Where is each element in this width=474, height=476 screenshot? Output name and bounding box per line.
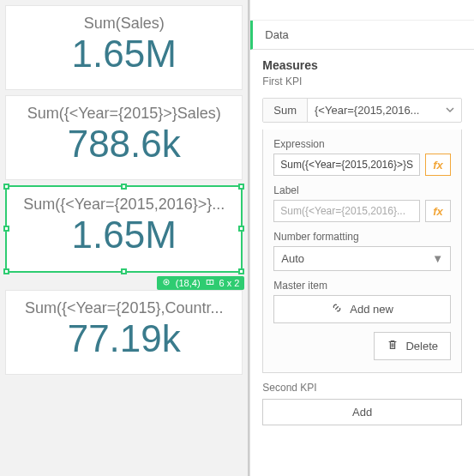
kpi-label: Sum({<Year={2015},Countr... [11, 299, 237, 317]
number-formatting-value: Auto [281, 252, 304, 265]
kpi-value: 788.6k [11, 124, 237, 164]
label-label: Label [273, 184, 451, 196]
kpi-card-3-selected[interactable]: Sum({<Year={2015,2016}>}... 1.65M [5, 185, 243, 272]
measure-dropdown[interactable]: Sum {<Year={2015,2016... [262, 98, 462, 123]
number-formatting-select[interactable]: Auto ▼ [273, 246, 451, 271]
add-second-kpi-button[interactable]: Add [262, 399, 462, 425]
resize-handle[interactable] [121, 268, 127, 274]
link-icon [331, 302, 343, 316]
resize-handle[interactable] [238, 268, 244, 274]
kpi-card-2[interactable]: Sum({<Year={2015}>}Sales) 788.6k [5, 95, 243, 180]
trash-icon [387, 339, 399, 353]
resize-handle[interactable] [121, 184, 127, 190]
kpi-card-3-wrap: Sum({<Year={2015,2016}>}... 1.65M (18,4)… [5, 185, 243, 272]
kpi-label: Sum({<Year={2015}>}Sales) [11, 105, 237, 123]
label-editor-button[interactable]: fx [425, 200, 451, 222]
master-item-label: Master item [273, 280, 451, 292]
measure-expression-short: {<Year={2015,2016... [308, 99, 439, 122]
kpi-value: 1.65M [11, 34, 237, 74]
kpi-card-4[interactable]: Sum({<Year={2015},Countr... 77.19k [5, 290, 243, 375]
tab-data[interactable]: Data [250, 21, 474, 50]
number-formatting-label: Number formatting [273, 231, 451, 243]
panel-header-strip [250, 0, 474, 21]
measures-heading: Measures [262, 58, 462, 72]
properties-panel: Data Measures First KPI Sum {<Year={2015… [249, 0, 474, 476]
expression-input[interactable]: Sum({<Year={2015,2016}>}S [273, 154, 420, 176]
add-new-master-item-button[interactable]: Add new [273, 295, 451, 323]
aggregation-type: Sum [263, 99, 308, 122]
kpi-label: Sum(Sales) [11, 15, 237, 33]
caret-down-icon: ▼ [432, 252, 443, 265]
add-new-label: Add new [350, 303, 393, 316]
resize-handle[interactable] [238, 226, 244, 232]
kpi-label: Sum({<Year={2015,2016}>}... [12, 196, 236, 214]
first-kpi-label: First KPI [262, 75, 462, 87]
dashboard-canvas: Sum(Sales) 1.65M Sum({<Year={2015}>}Sale… [0, 0, 248, 476]
delete-button[interactable]: Delete [374, 332, 451, 360]
target-icon [162, 278, 171, 288]
kpi-value: 77.19k [11, 319, 237, 359]
svg-point-1 [165, 281, 167, 283]
resize-handle[interactable] [3, 184, 9, 190]
add-label: Add [352, 406, 372, 419]
second-kpi-label: Second KPI [262, 382, 462, 394]
expression-editor-button[interactable]: fx [425, 154, 451, 176]
selection-info-badge: (18,4) 6 x 2 [157, 276, 245, 290]
delete-label: Delete [405, 340, 438, 352]
label-input[interactable]: Sum({<Year={2015,2016}... [273, 200, 420, 222]
expression-label: Expression [273, 138, 451, 150]
resize-handle[interactable] [3, 268, 9, 274]
grid-icon [206, 278, 214, 288]
selection-size: 6 x 2 [219, 278, 240, 288]
measure-details: Expression Sum({<Year={2015,2016}>}S fx … [262, 130, 462, 373]
resize-handle[interactable] [3, 226, 9, 232]
resize-handle[interactable] [238, 184, 244, 190]
kpi-card-1[interactable]: Sum(Sales) 1.65M [5, 5, 243, 90]
chevron-down-icon [439, 99, 461, 122]
selection-position: (18,4) [176, 278, 201, 288]
kpi-value: 1.65M [12, 215, 236, 255]
